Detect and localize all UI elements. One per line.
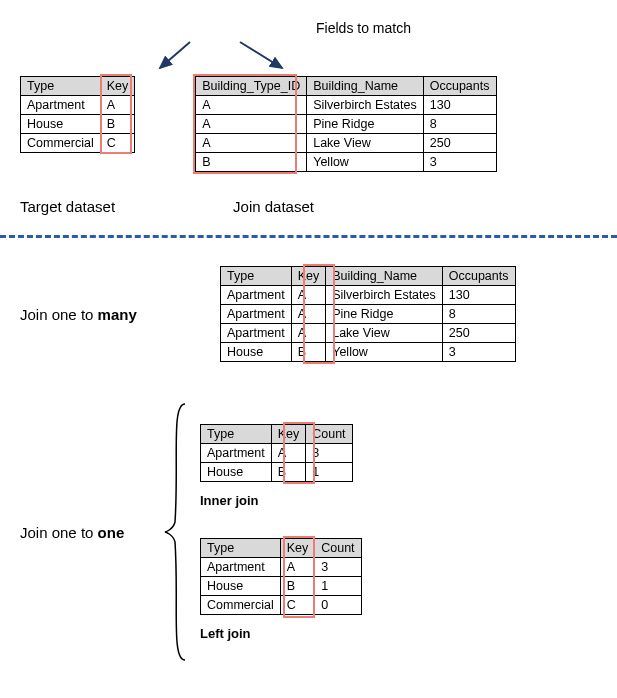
table-row: ApartmentAPine Ridge8 [221, 305, 516, 324]
one-to-many-table-wrap: Type Key Building_Name Occupants Apartme… [220, 266, 516, 362]
cell: A [291, 305, 326, 324]
table-row: HouseBYellow3 [221, 343, 516, 362]
cell: Yellow [307, 153, 424, 172]
cell: Apartment [21, 96, 101, 115]
cell: A [196, 134, 307, 153]
svg-line-0 [160, 42, 190, 68]
fields-to-match-label: Fields to match [130, 20, 597, 36]
cell: 3 [423, 153, 496, 172]
table-row: BYellow3 [196, 153, 496, 172]
label-text: Join one to [20, 524, 98, 541]
cell: A [291, 286, 326, 305]
label-bold: one [98, 524, 125, 541]
target-caption: Target dataset [20, 198, 115, 215]
table-row: HouseB [21, 115, 135, 134]
table-row: CommercialC [21, 134, 135, 153]
table-row: ApartmentA3 [201, 557, 362, 576]
col-count: Count [306, 424, 352, 443]
cell: Apartment [221, 305, 292, 324]
cell: 130 [423, 96, 496, 115]
target-col-type: Type [21, 77, 101, 96]
cell: House [221, 343, 292, 362]
cell: 8 [423, 115, 496, 134]
cell: House [201, 462, 272, 481]
cell: B [280, 576, 315, 595]
cell: Silverbirch Estates [307, 96, 424, 115]
cell: Lake View [307, 134, 424, 153]
table-row: ApartmentALake View250 [221, 324, 516, 343]
cell: C [280, 595, 315, 614]
cell: Apartment [221, 324, 292, 343]
col-occupants: Occupants [442, 267, 515, 286]
col-type: Type [201, 538, 281, 557]
cell: A [100, 96, 135, 115]
cell: A [280, 557, 315, 576]
target-col-key: Key [100, 77, 135, 96]
cell: B [291, 343, 326, 362]
cell: Apartment [201, 443, 272, 462]
label-text: Join one to [20, 306, 98, 323]
cell: 1 [306, 462, 352, 481]
inner-join-block: Type Key Count ApartmentA3 HouseB1 Inner… [200, 424, 362, 508]
section-divider [0, 235, 617, 238]
table-row: HouseB1 [201, 576, 362, 595]
cell: Silverbirch Estates [326, 286, 443, 305]
join-caption: Join dataset [233, 198, 314, 215]
table-row: ApartmentA3 [201, 443, 353, 462]
cell: House [21, 115, 101, 134]
cell: 0 [315, 595, 361, 614]
cell: 1 [315, 576, 361, 595]
cell: House [201, 576, 281, 595]
brace-icon [160, 402, 190, 662]
one-to-many-table: Type Key Building_Name Occupants Apartme… [220, 266, 516, 362]
cell: 250 [423, 134, 496, 153]
col-key: Key [271, 424, 306, 443]
cell: Pine Ridge [307, 115, 424, 134]
table-row: APine Ridge8 [196, 115, 496, 134]
cell: A [271, 443, 306, 462]
left-join-caption: Left join [200, 626, 362, 641]
col-type: Type [201, 424, 272, 443]
col-type: Type [221, 267, 292, 286]
cell: Commercial [21, 134, 101, 153]
cell: A [196, 115, 307, 134]
table-row: ApartmentA [21, 96, 135, 115]
join-table: Building_Type_ID Building_Name Occupants… [195, 76, 496, 172]
cell: Commercial [201, 595, 281, 614]
table-row: CommercialC0 [201, 595, 362, 614]
inner-join-caption: Inner join [200, 493, 362, 508]
cell: 3 [442, 343, 515, 362]
join-col-building-name: Building_Name [307, 77, 424, 96]
cell: Pine Ridge [326, 305, 443, 324]
cell: Apartment [201, 557, 281, 576]
cell: B [196, 153, 307, 172]
join-col-occupants: Occupants [423, 77, 496, 96]
cell: Apartment [221, 286, 292, 305]
target-table-wrap: Type Key ApartmentA HouseB CommercialC [20, 76, 135, 153]
inner-join-table: Type Key Count ApartmentA3 HouseB1 [200, 424, 353, 482]
join-table-wrap: Building_Type_ID Building_Name Occupants… [195, 76, 496, 172]
cell: Lake View [326, 324, 443, 343]
cell: B [271, 462, 306, 481]
label-bold: many [98, 306, 137, 323]
arrows-svg [20, 40, 617, 74]
col-building-name: Building_Name [326, 267, 443, 286]
join-col-building-type-id: Building_Type_ID [196, 77, 307, 96]
col-key: Key [280, 538, 315, 557]
cell: A [291, 324, 326, 343]
table-row: ASilverbirch Estates130 [196, 96, 496, 115]
cell: A [196, 96, 307, 115]
table-row: HouseB1 [201, 462, 353, 481]
col-count: Count [315, 538, 361, 557]
one-to-one-label: Join one to one [20, 524, 150, 541]
arrows-container [20, 40, 597, 70]
left-join-table: Type Key Count ApartmentA3 HouseB1 Comme… [200, 538, 362, 615]
one-to-many-label: Join one to many [20, 306, 170, 323]
cell: 3 [306, 443, 352, 462]
table-row: ApartmentASilverbirch Estates130 [221, 286, 516, 305]
cell: 3 [315, 557, 361, 576]
target-table: Type Key ApartmentA HouseB CommercialC [20, 76, 135, 153]
col-key: Key [291, 267, 326, 286]
svg-line-1 [240, 42, 282, 68]
cell: 130 [442, 286, 515, 305]
